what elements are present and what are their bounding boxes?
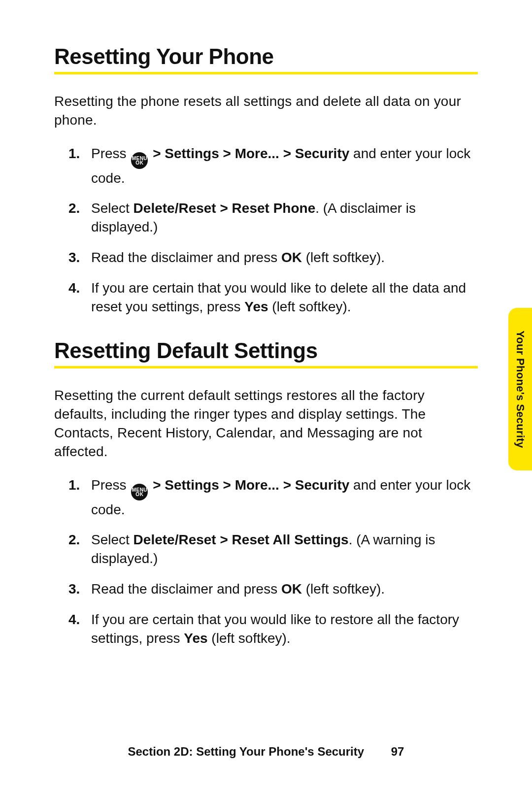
step-item: If you are certain that you would like t… [91, 610, 478, 648]
step-item: Read the disclaimer and press OK (left s… [91, 248, 478, 267]
step-text: Press [91, 146, 130, 161]
step-text: Press [91, 477, 130, 493]
step-text: (left softkey). [302, 581, 385, 597]
step-item: Press MENUOK > Settings > More... > Secu… [91, 144, 478, 188]
step-text: Select [91, 200, 133, 216]
footer-section: Section 2D: Setting Your Phone's Securit… [128, 745, 365, 758]
step-bold: OK [281, 250, 302, 265]
step-item: Select Delete/Reset > Reset Phone. (A di… [91, 199, 478, 236]
step-bold: Yes [244, 299, 268, 314]
step-bold: Delete/Reset > Reset All Settings [133, 532, 349, 547]
step-item: Read the disclaimer and press OK (left s… [91, 580, 478, 598]
heading-reset-phone: Resetting Your Phone [54, 44, 478, 74]
step-text: Read the disclaimer and press [91, 581, 281, 597]
menu-ok-icon: MENUOK [131, 484, 148, 500]
step-bold: > Settings > More... > Security [149, 477, 349, 493]
step-item: If you are certain that you would like t… [91, 279, 478, 316]
heading-reset-defaults: Resetting Default Settings [54, 338, 478, 368]
page-number: 97 [391, 745, 404, 758]
footer: Section 2D: Setting Your Phone's Securit… [0, 745, 532, 759]
step-bold: > Settings > More... > Security [149, 146, 349, 161]
step-bold: Yes [184, 631, 207, 646]
step-text: (left softkey). [302, 250, 385, 265]
step-text: Select [91, 532, 133, 547]
step-text: Read the disclaimer and press [91, 250, 281, 265]
step-text: (left softkey). [268, 299, 351, 314]
steps-reset-defaults: Press MENUOK > Settings > More... > Secu… [54, 476, 478, 648]
steps-reset-phone: Press MENUOK > Settings > More... > Secu… [54, 144, 478, 316]
manual-page: Resetting Your Phone Resetting the phone… [0, 0, 532, 798]
section-tab-label: Your Phone's Security [514, 331, 527, 448]
step-item: Press MENUOK > Settings > More... > Secu… [91, 476, 478, 519]
step-bold: Delete/Reset > Reset Phone [133, 200, 316, 216]
intro-reset-defaults: Resetting the current default settings r… [54, 386, 478, 461]
step-text: (left softkey). [208, 631, 291, 646]
step-item: Select Delete/Reset > Reset All Settings… [91, 531, 478, 568]
menu-ok-icon: MENUOK [131, 152, 148, 169]
step-bold: OK [281, 581, 302, 597]
section-tab: Your Phone's Security [508, 308, 532, 470]
intro-reset-phone: Resetting the phone resets all settings … [54, 92, 478, 130]
